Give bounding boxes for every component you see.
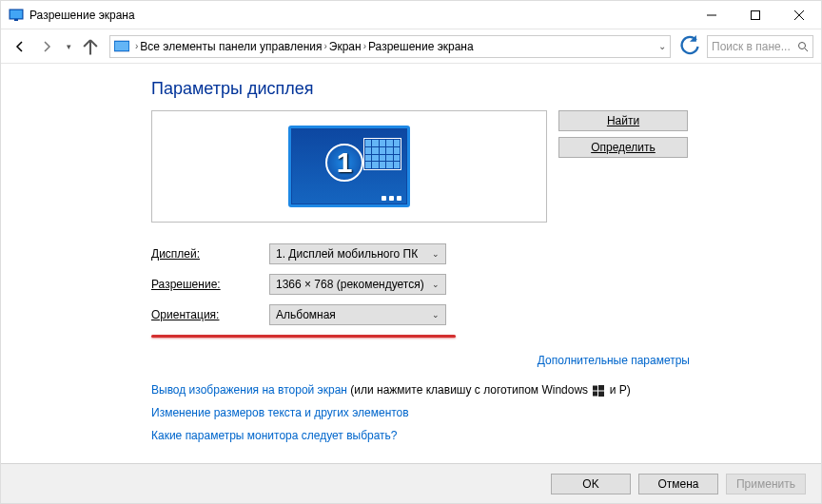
chevron-down-icon: ⌄ xyxy=(432,310,440,320)
window-title: Разрешение экрана xyxy=(29,9,690,22)
back-button[interactable] xyxy=(9,35,31,58)
monitor-icon xyxy=(9,8,24,23)
svg-rect-8 xyxy=(115,42,128,50)
resolution-row: Разрешение: 1366 × 768 (рекомендуется) ⌄ xyxy=(151,274,688,295)
chevron-right-icon: › xyxy=(363,41,366,51)
which-settings-line: Какие параметры монитора следует выбрать… xyxy=(151,429,688,442)
window-controls xyxy=(690,1,821,29)
svg-line-10 xyxy=(805,48,808,51)
resolution-value: 1366 × 768 (рекомендуется) xyxy=(276,278,424,291)
svg-rect-14 xyxy=(598,391,604,397)
search-icon xyxy=(797,41,809,52)
advanced-link-row: Дополнительные параметры xyxy=(151,351,690,368)
preview-buttons: Найти Определить xyxy=(558,110,688,223)
second-screen-suffix: (или нажмите клавишу с логотипом Windows xyxy=(347,383,591,397)
identify-button[interactable]: Определить xyxy=(558,137,688,158)
text-resize-line: Изменение размеров текста и других элеме… xyxy=(151,406,688,419)
svg-rect-12 xyxy=(598,385,604,391)
text-resize-link[interactable]: Изменение размеров текста и других элеме… xyxy=(151,406,409,419)
second-screen-line: Вывод изображения на второй экран (или н… xyxy=(151,383,688,397)
settings-form: Дисплей: 1. Дисплей мобильного ПК ⌄ Разр… xyxy=(151,243,688,325)
orientation-row: Ориентация: Альбомная ⌄ xyxy=(151,304,688,325)
orientation-value: Альбомная xyxy=(276,308,336,321)
navigation-bar: ▾ › Все элементы панели управления › Экр… xyxy=(1,29,821,64)
monitor-icon xyxy=(114,40,129,53)
monitor-number: 1 xyxy=(325,144,363,182)
chevron-down-icon: ⌄ xyxy=(432,249,440,259)
display-value: 1. Дисплей мобильного ПК xyxy=(276,247,418,261)
orientation-dropdown[interactable]: Альбомная ⌄ xyxy=(269,304,446,325)
find-button[interactable]: Найти xyxy=(558,110,688,131)
breadcrumb-item[interactable]: Все элементы панели управления xyxy=(140,40,322,53)
page-title: Параметры дисплея xyxy=(151,79,688,99)
dialog-footer: OK Отмена Применить xyxy=(1,463,821,503)
display-preview-box[interactable]: 1 xyxy=(151,110,547,223)
content-area: Параметры дисплея 1 Найти Определить Дис… xyxy=(1,64,821,442)
breadcrumb-item[interactable]: Разрешение экрана xyxy=(368,40,474,53)
second-screen-after-logo: и P) xyxy=(606,383,630,397)
orientation-label: Ориентация: xyxy=(151,308,269,321)
advanced-settings-link[interactable]: Дополнительные параметры xyxy=(538,354,690,367)
svg-rect-11 xyxy=(593,385,597,390)
up-button[interactable] xyxy=(79,35,102,58)
apply-button: Применить xyxy=(726,474,806,494)
monitor-preview[interactable]: 1 xyxy=(288,126,410,207)
refresh-button[interactable] xyxy=(678,35,701,58)
svg-rect-2 xyxy=(14,19,18,21)
svg-rect-13 xyxy=(593,391,597,396)
breadcrumb-dropdown[interactable]: ⌄ xyxy=(658,41,666,51)
search-input[interactable]: Поиск в пане... xyxy=(707,35,813,58)
breadcrumb-item[interactable]: Экран xyxy=(329,40,362,53)
chevron-right-icon: › xyxy=(323,41,326,51)
resolution-dropdown[interactable]: 1366 × 768 (рекомендуется) ⌄ xyxy=(269,274,446,295)
monitor-thumbnail-grid xyxy=(363,138,401,170)
monitor-taskbar-dots xyxy=(382,196,401,201)
cancel-button[interactable]: Отмена xyxy=(638,474,718,494)
windows-logo-icon xyxy=(593,385,604,397)
ok-button[interactable]: OK xyxy=(551,474,631,494)
display-preview-row: 1 Найти Определить xyxy=(151,110,688,223)
history-dropdown[interactable]: ▾ xyxy=(62,35,75,58)
chevron-right-icon: › xyxy=(135,41,138,51)
breadcrumb-bar[interactable]: › Все элементы панели управления › Экран… xyxy=(109,35,671,58)
maximize-button[interactable] xyxy=(734,1,777,29)
which-settings-link[interactable]: Какие параметры монитора следует выбрать… xyxy=(151,429,398,442)
display-label: Дисплей: xyxy=(151,247,269,261)
search-placeholder: Поиск в пане... xyxy=(712,40,793,53)
close-button[interactable] xyxy=(777,1,821,29)
forward-button[interactable] xyxy=(35,35,58,58)
chevron-down-icon: ⌄ xyxy=(432,280,440,289)
window-titlebar: Разрешение экрана xyxy=(1,1,821,29)
svg-rect-4 xyxy=(752,10,760,19)
minimize-button[interactable] xyxy=(690,1,734,29)
resolution-label: Разрешение: xyxy=(151,278,269,291)
svg-point-9 xyxy=(799,42,806,48)
highlight-underline xyxy=(151,335,456,338)
second-screen-link[interactable]: Вывод изображения на второй экран xyxy=(151,383,347,397)
display-dropdown[interactable]: 1. Дисплей мобильного ПК ⌄ xyxy=(269,243,446,264)
svg-rect-1 xyxy=(10,10,22,18)
display-row: Дисплей: 1. Дисплей мобильного ПК ⌄ xyxy=(151,243,688,264)
